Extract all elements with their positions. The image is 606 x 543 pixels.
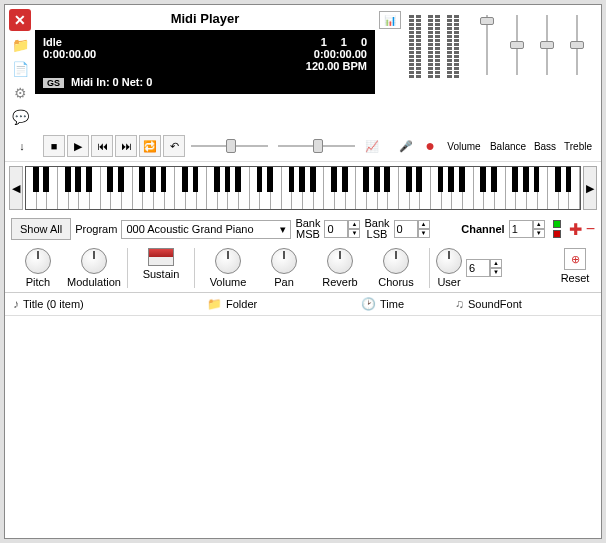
chorus-knob[interactable] — [383, 248, 409, 274]
info-icon[interactable]: 💬 — [9, 107, 31, 127]
graph-button[interactable]: 📈 — [361, 135, 383, 157]
white-key[interactable] — [474, 167, 485, 209]
pitch-knob[interactable] — [25, 248, 51, 274]
black-key[interactable] — [214, 167, 220, 192]
col-time[interactable]: 🕑 Time — [361, 297, 451, 311]
white-key[interactable] — [175, 167, 186, 209]
black-key[interactable] — [75, 167, 81, 192]
white-key[interactable] — [506, 167, 517, 209]
treble-slider[interactable] — [563, 11, 591, 79]
black-key[interactable] — [523, 167, 529, 192]
black-key[interactable] — [118, 167, 124, 192]
seek-slider[interactable] — [191, 139, 268, 153]
black-key[interactable] — [416, 167, 422, 192]
black-key[interactable] — [491, 167, 497, 192]
loop-button[interactable]: 🔁 — [139, 135, 161, 157]
black-key[interactable] — [384, 167, 390, 192]
black-key[interactable] — [459, 167, 465, 192]
white-key[interactable] — [324, 167, 335, 209]
piano-scroll-left[interactable]: ◀ — [9, 166, 23, 210]
black-key[interactable] — [161, 167, 167, 192]
col-folder[interactable]: 📁 Folder — [207, 297, 357, 311]
black-key[interactable] — [363, 167, 369, 192]
record-button[interactable]: ● — [419, 135, 441, 157]
black-key[interactable] — [86, 167, 92, 192]
white-key[interactable] — [101, 167, 112, 209]
white-key[interactable] — [58, 167, 69, 209]
black-key[interactable] — [299, 167, 305, 192]
black-key[interactable] — [289, 167, 295, 192]
pan-knob[interactable] — [271, 248, 297, 274]
play-button[interactable]: ▶ — [67, 135, 89, 157]
close-button[interactable]: ✕ — [9, 9, 31, 31]
white-key[interactable] — [133, 167, 144, 209]
stop-button[interactable]: ■ — [43, 135, 65, 157]
black-key[interactable] — [310, 167, 316, 192]
mic-button[interactable]: 🎤 — [395, 135, 417, 157]
tempo-slider[interactable] — [278, 139, 355, 153]
undo-button[interactable]: ↶ — [163, 135, 185, 157]
black-key[interactable] — [342, 167, 348, 192]
white-key[interactable] — [282, 167, 293, 209]
black-key[interactable] — [555, 167, 561, 192]
black-key[interactable] — [374, 167, 380, 192]
white-key[interactable] — [207, 167, 218, 209]
black-key[interactable] — [566, 167, 572, 192]
black-key[interactable] — [406, 167, 412, 192]
black-key[interactable] — [193, 167, 199, 192]
black-key[interactable] — [225, 167, 231, 192]
file-icon[interactable]: 📄 — [9, 59, 31, 79]
playlist-body[interactable] — [5, 316, 601, 538]
visualizer-button[interactable]: 📊 — [379, 11, 401, 29]
col-title[interactable]: ♪ Title (0 item) — [13, 297, 203, 311]
bank-lsb-spinner[interactable]: ▲▼ — [394, 220, 430, 238]
white-key[interactable] — [26, 167, 37, 209]
white-key[interactable] — [431, 167, 442, 209]
prev-button[interactable]: ⏮ — [91, 135, 113, 157]
user-spinner[interactable]: ▲▼ — [466, 259, 502, 277]
black-key[interactable] — [331, 167, 337, 192]
black-key[interactable] — [33, 167, 39, 192]
piano-keyboard[interactable] — [25, 166, 581, 210]
black-key[interactable] — [480, 167, 486, 192]
black-key[interactable] — [448, 167, 454, 192]
black-key[interactable] — [107, 167, 113, 192]
black-key[interactable] — [182, 167, 188, 192]
gear-icon[interactable]: ⚙ — [9, 83, 31, 103]
reverb-knob[interactable] — [327, 248, 353, 274]
black-key[interactable] — [257, 167, 263, 192]
volume-knob[interactable] — [215, 248, 241, 274]
bass-slider[interactable] — [533, 11, 561, 79]
level-meters — [405, 9, 463, 80]
white-key[interactable] — [250, 167, 261, 209]
black-key[interactable] — [65, 167, 71, 192]
channel-spinner[interactable]: ▲▼ — [509, 220, 545, 238]
remove-button[interactable]: − — [586, 220, 595, 238]
volume-slider[interactable] — [473, 11, 501, 79]
black-key[interactable] — [139, 167, 145, 192]
piano-scroll-right[interactable]: ▶ — [583, 166, 597, 210]
col-soundfont[interactable]: ♫ SoundFont — [455, 297, 522, 311]
black-key[interactable] — [438, 167, 444, 192]
balance-slider[interactable] — [503, 11, 531, 79]
black-key[interactable] — [150, 167, 156, 192]
add-button[interactable]: ✚ — [569, 220, 582, 239]
white-key[interactable] — [399, 167, 410, 209]
black-key[interactable] — [512, 167, 518, 192]
sustain-toggle[interactable] — [148, 248, 174, 266]
reset-button[interactable]: ⊕ — [564, 248, 586, 270]
black-key[interactable] — [267, 167, 273, 192]
down-button[interactable]: ↓ — [11, 135, 33, 157]
black-key[interactable] — [534, 167, 540, 192]
black-key[interactable] — [43, 167, 49, 192]
white-key[interactable] — [356, 167, 367, 209]
white-key[interactable] — [548, 167, 559, 209]
show-all-button[interactable]: Show All — [11, 218, 71, 240]
black-key[interactable] — [235, 167, 241, 192]
bank-msb-spinner[interactable]: ▲▼ — [324, 220, 360, 238]
folder-icon[interactable]: 📁 — [9, 35, 31, 55]
user-knob[interactable] — [436, 248, 462, 274]
next-button[interactable]: ⏭ — [115, 135, 137, 157]
program-select[interactable]: 000 Acoustic Grand Piano▾ — [121, 220, 291, 239]
modulation-knob[interactable] — [81, 248, 107, 274]
